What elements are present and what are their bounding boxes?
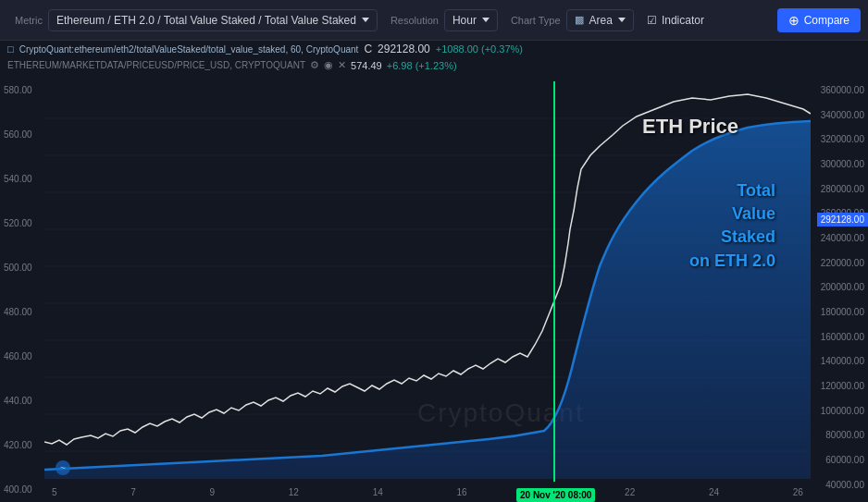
charttype-dropdown-arrow: [618, 18, 626, 22]
metric-value: Ethereum / ETH 2.0 / Total Value Staked …: [56, 14, 356, 27]
current-label: C: [364, 43, 372, 55]
metric-label: Metric: [15, 15, 43, 26]
x-label-26: 26: [793, 487, 803, 497]
y-left-2: 540.00: [4, 174, 41, 184]
x-axis: 5 7 9 12 14 16 18 22 24 26: [44, 482, 811, 502]
series2-label: ETHEREUM/MARKETDATA/PRICEUSD/PRICE_USD, …: [7, 60, 305, 70]
y-right-2: 320000.00: [814, 134, 864, 144]
y-right-1: 340000.00: [814, 110, 864, 120]
y-axis-left: 580.00 560.00 540.00 520.00 500.00 480.0…: [0, 81, 44, 502]
y-right-15: 60000.00: [814, 455, 864, 465]
svg-text:~: ~: [60, 463, 66, 473]
y-right-8: 200000.00: [814, 282, 864, 292]
y-left-8: 420.00: [4, 440, 41, 450]
indicator-button[interactable]: ☑ Indicator: [639, 10, 712, 31]
annotation-eth-price: ETH Price: [642, 115, 738, 139]
series1-label: CryptoQuant:ethereum/eth2/totalValueStak…: [19, 44, 359, 55]
series2-close-icon[interactable]: ✕: [338, 59, 346, 71]
current-price: 292128.00: [378, 43, 430, 55]
annotation-tvs-line3: Staked: [721, 227, 775, 246]
annotation-tvs-line2: Value: [732, 204, 775, 223]
resolution-dropdown[interactable]: Hour: [444, 9, 498, 31]
y-right-11: 140000.00: [814, 356, 864, 366]
series1-info: □ CryptoQuant:ethereum/eth2/totalValueSt…: [0, 41, 530, 57]
current-price-badge: 292128.00: [817, 213, 868, 227]
y-left-1: 560.00: [4, 129, 41, 140]
y-right-9: 180000.00: [814, 307, 864, 317]
y-right-16: 40000.00: [814, 480, 864, 490]
y-left-6: 460.00: [4, 351, 41, 361]
y-right-14: 80000.00: [814, 430, 864, 440]
annotation-total-value-staked: Total Value Staked on ETH 2.0: [689, 179, 775, 273]
charttype-label: Chart Type: [511, 15, 561, 26]
x-label-12: 12: [289, 487, 299, 497]
y-left-3: 520.00: [4, 218, 41, 228]
series2-eye-icon[interactable]: ◉: [324, 59, 333, 71]
series2-settings-icon[interactable]: ⚙: [310, 59, 319, 71]
x-label-5: 5: [52, 487, 57, 497]
y-right-10: 160000.00: [814, 332, 864, 342]
metric-dropdown-arrow: [362, 18, 369, 22]
resolution-label: Resolution: [391, 15, 439, 26]
compare-button[interactable]: ⊕ Compare: [777, 8, 861, 32]
compare-plus-icon: ⊕: [788, 13, 800, 28]
annotation-tvs-line1: Total: [737, 181, 775, 200]
indicator-checkbox: ☑: [647, 14, 657, 27]
y-left-4: 500.00: [4, 263, 41, 273]
charttype-dropdown[interactable]: ▩ Area: [566, 9, 634, 31]
series2-price: 574.49: [351, 60, 382, 71]
y-axis-right: 360000.00 340000.00 320000.00 300000.00 …: [811, 81, 868, 502]
x-label-24: 24: [709, 487, 719, 497]
x-label-9: 9: [210, 487, 216, 497]
date-label-highlight: 20 Nov '20 08:00: [516, 488, 595, 502]
metric-dropdown[interactable]: Ethereum / ETH 2.0 / Total Value Staked …: [48, 9, 378, 31]
x-label-16: 16: [456, 487, 466, 497]
vertical-marker-line: [553, 81, 555, 482]
x-label-14: 14: [373, 487, 383, 497]
y-right-13: 100000.00: [814, 406, 864, 416]
series2-change: +6.98 (+1.23%): [387, 60, 457, 71]
y-left-0: 580.00: [4, 85, 41, 95]
y-right-7: 220000.00: [814, 258, 864, 268]
series1-icon: □: [7, 43, 14, 55]
annotation-tvs-line4: on ETH 2.0: [689, 251, 775, 270]
current-change: +1088.00 (+0.37%): [436, 43, 523, 55]
y-right-4: 280000.00: [814, 184, 864, 194]
y-right-12: 120000.00: [814, 381, 864, 391]
resolution-value: Hour: [453, 14, 477, 27]
y-right-3: 300000.00: [814, 159, 864, 169]
y-right-0: 360000.00: [814, 85, 864, 95]
chart-area: □ CryptoQuant:ethereum/eth2/totalValueSt…: [0, 41, 868, 502]
toolbar: Metric Ethereum / ETH 2.0 / Total Value …: [0, 0, 868, 41]
resolution-dropdown-arrow: [482, 18, 490, 22]
y-left-7: 440.00: [4, 396, 41, 406]
indicator-label: Indicator: [662, 14, 704, 27]
chart-svg: ~: [44, 81, 811, 482]
charttype-value: Area: [589, 14, 613, 27]
y-right-6: 240000.00: [814, 233, 864, 243]
charttype-icon: ▩: [575, 14, 584, 26]
x-label-7: 7: [130, 487, 136, 497]
y-left-5: 480.00: [4, 307, 41, 317]
y-left-9: 400.00: [4, 484, 41, 495]
x-label-22: 22: [625, 487, 635, 497]
compare-label: Compare: [804, 14, 849, 27]
series2-info: ETHEREUM/MARKETDATA/PRICEUSD/PRICE_USD, …: [0, 57, 465, 73]
